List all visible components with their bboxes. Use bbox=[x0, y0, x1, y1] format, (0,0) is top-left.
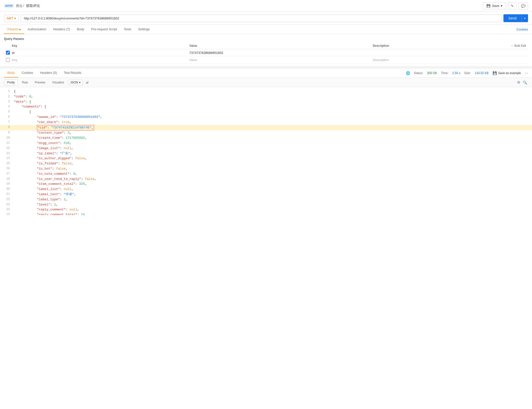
tab-params[interactable]: Params bbox=[4, 25, 24, 34]
bulk-edit-button[interactable]: Bulk Edit bbox=[515, 44, 526, 47]
response-tab-cookies[interactable]: Cookies bbox=[18, 68, 37, 78]
row1-desc-cell bbox=[371, 49, 502, 56]
row2-checkbox[interactable] bbox=[6, 58, 10, 62]
section-divider bbox=[0, 66, 532, 68]
row2-desc-cell: Description bbox=[371, 56, 502, 63]
tab-authorization[interactable]: Authorization bbox=[24, 25, 50, 34]
format-selector[interactable]: JSON ▾ bbox=[68, 80, 83, 85]
col-header-description: Description bbox=[371, 43, 502, 49]
row2-desc-placeholder: Description bbox=[373, 58, 389, 62]
json-line-23: 23 "level": 1, bbox=[0, 202, 532, 207]
table-row: id 7374737638688951602 bbox=[4, 49, 528, 56]
tab-prerequest[interactable]: Pre-request Script bbox=[88, 25, 120, 34]
tab-body-label: Body bbox=[77, 27, 84, 31]
json-viewer: 1 { 2 "code": 0, 3 "data": { 4 "comments… bbox=[0, 87, 532, 215]
tab-headers[interactable]: Headers (7) bbox=[50, 25, 74, 34]
json-line-16: 16 "is_hot": false, bbox=[0, 166, 532, 172]
save-example-label: Save as example bbox=[498, 71, 521, 75]
time-value: 2.56 s bbox=[452, 71, 460, 75]
params-dot bbox=[19, 29, 21, 30]
format-tab-visualize[interactable]: Visualize bbox=[49, 80, 67, 85]
json-line-8: 8 "cid": "7374741829114708745", bbox=[0, 125, 532, 131]
format-tab-preview[interactable]: Preview bbox=[32, 80, 48, 85]
comment-button[interactable]: 💬 bbox=[518, 2, 528, 10]
tab-settings-label: Settings bbox=[138, 27, 150, 31]
json-line-19: 19 "item_comment_total": 325, bbox=[0, 182, 532, 187]
time-label: Time: bbox=[441, 71, 449, 75]
filter-button[interactable]: ≡⃗ bbox=[85, 79, 90, 85]
status-label: Status: bbox=[414, 71, 423, 75]
row1-actions bbox=[502, 49, 528, 56]
save-example-button[interactable]: 💾 Save as example bbox=[493, 71, 521, 75]
response-tab-headers[interactable]: Headers (5) bbox=[37, 68, 61, 78]
edit-icon: ✎ bbox=[511, 4, 514, 8]
method-selector[interactable]: GET ▾ bbox=[4, 15, 19, 22]
cookies-link[interactable]: Cookies bbox=[516, 28, 528, 31]
json-line-1: 1 { bbox=[0, 89, 532, 94]
response-more-button[interactable]: ··· bbox=[525, 71, 528, 75]
json-line-20: 20 "label_list": null, bbox=[0, 187, 532, 192]
tab-tests[interactable]: Tests bbox=[120, 25, 135, 34]
row1-key-cell: id bbox=[4, 49, 187, 56]
response-tab-headers-label: Headers (5) bbox=[40, 71, 57, 75]
breadcrumb: 爬虫 / bbox=[16, 4, 24, 8]
json-line-17: 17 "is_note_comment": 0, bbox=[0, 172, 532, 177]
topbar-right: 💾 Save ▾ ✎ 💬 bbox=[483, 2, 528, 10]
json-line-24: 24 "reply_comment": null, bbox=[0, 207, 532, 212]
method-chevron-icon: ▾ bbox=[14, 16, 16, 20]
tab-settings[interactable]: Settings bbox=[135, 25, 153, 34]
edit-button[interactable]: ✎ bbox=[508, 2, 516, 10]
format-tab-preview-label: Preview bbox=[35, 81, 45, 84]
tab-params-label: Params bbox=[7, 27, 18, 31]
method-label: GET bbox=[7, 16, 13, 20]
json-line-15: 15 "is_folded": false, bbox=[0, 161, 532, 166]
json-line-2: 2 "code": 0, bbox=[0, 94, 532, 99]
topbar-left: HTTP 爬虫 / 获取评论 bbox=[4, 4, 40, 8]
json-line-21: 21 "label_text": "作者", bbox=[0, 192, 532, 197]
page-title: 获取评论 bbox=[26, 4, 40, 8]
row1-checkbox[interactable] bbox=[6, 51, 10, 55]
format-tab-raw-label: Raw bbox=[22, 81, 28, 84]
copy-button[interactable]: ⧉ bbox=[516, 79, 521, 85]
response-tab-cookies-label: Cookies bbox=[22, 71, 33, 75]
response-tab-testresults-label: Test Results bbox=[64, 71, 81, 75]
format-tab-raw[interactable]: Raw bbox=[19, 80, 31, 85]
response-tab-body[interactable]: Body bbox=[4, 68, 18, 78]
json-line-3: 3 "data": { bbox=[0, 99, 532, 105]
format-tab-pretty[interactable]: Pretty bbox=[4, 79, 18, 85]
format-chevron-icon: ▾ bbox=[79, 81, 81, 84]
json-line-25: 25 "reply_comment_total": 24, bbox=[0, 212, 532, 215]
tab-body[interactable]: Body bbox=[73, 25, 88, 34]
row2-key-cell: Key bbox=[4, 56, 187, 63]
save-example-icon: 💾 bbox=[493, 71, 497, 75]
save-button[interactable]: 💾 Save ▾ bbox=[483, 2, 506, 9]
tab-authorization-label: Authorization bbox=[28, 27, 46, 31]
json-line-11: 11 "digg_count": 539, bbox=[0, 141, 532, 146]
search-button[interactable]: 🔍 bbox=[522, 79, 528, 85]
json-line-18: 18 "is_user_tend_to_reply": false, bbox=[0, 177, 532, 182]
col-header-value: Value bbox=[187, 43, 371, 49]
table-row: Key Value Description bbox=[4, 56, 528, 63]
row2-value-cell: Value bbox=[187, 56, 371, 63]
search-icon: 🔍 bbox=[523, 80, 527, 84]
response-meta: 🌐 Status: 200 OK Time: 2.56 s Size: 143.… bbox=[406, 71, 528, 75]
tab-headers-label: Headers (7) bbox=[53, 27, 70, 31]
row2-key-placeholder: Key bbox=[12, 58, 17, 62]
url-bar: GET ▾ Send ▾ bbox=[0, 12, 532, 25]
topbar: HTTP 爬虫 / 获取评论 💾 Save ▾ ✎ 💬 bbox=[0, 0, 532, 12]
save-chevron-icon: ▾ bbox=[501, 4, 502, 8]
json-line-6: 6 "aweme_id": "7374737638688951602", bbox=[0, 115, 532, 120]
send-chevron-icon: ▾ bbox=[521, 15, 528, 22]
row2-actions bbox=[502, 56, 528, 63]
request-tabs: Params Authorization Headers (7) Body Pr… bbox=[0, 25, 532, 34]
response-tab-body-label: Body bbox=[7, 71, 15, 75]
col-header-key: Key bbox=[4, 43, 187, 49]
row1-value-cell: 7374737638688951602 bbox=[187, 49, 371, 56]
save-icon: 💾 bbox=[486, 4, 490, 8]
col-header-actions: ··· Bulk Edit bbox=[502, 43, 528, 49]
url-input[interactable] bbox=[21, 15, 502, 22]
response-tab-testresults[interactable]: Test Results bbox=[60, 68, 85, 78]
filter-icon: ≡⃗ bbox=[86, 80, 89, 84]
row1-key-value: id bbox=[12, 51, 14, 55]
send-button[interactable]: Send ▾ bbox=[503, 14, 528, 22]
